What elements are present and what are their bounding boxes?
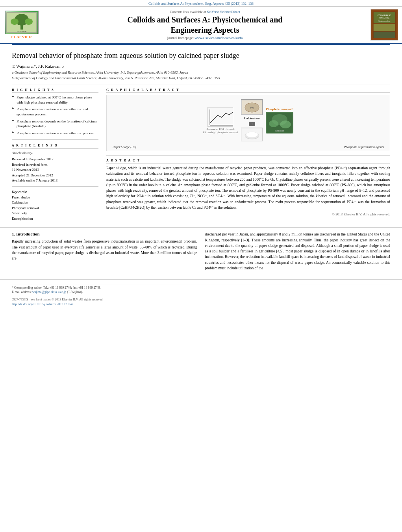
- journal-header: ELSEVIER ELSEVIER Contents lists availab…: [0, 7, 402, 44]
- authors-line: T. Wajima a,*, J.F. Rakovan b: [12, 64, 390, 69]
- affiliations: a Graduate School of Engineering and Res…: [12, 70, 390, 81]
- sciverse-link[interactable]: SciVerse ScienceDirect: [207, 10, 240, 14]
- svg-text:ELSEVIER: ELSEVIER: [17, 30, 27, 33]
- svg-text:PS: PS: [250, 106, 254, 110]
- svg-point-5: [25, 19, 33, 25]
- doi-link[interactable]: http://dx.doi.org/10.1016/j.colsurfa.201…: [12, 302, 72, 306]
- intro-para-2: discharged per year in Japan, and approx…: [205, 232, 391, 271]
- highlight-item-4: Phosphate removal reaction is an endothe…: [12, 131, 98, 136]
- abstract-section: A B S T R A C T Paper sludge, which is a…: [106, 159, 390, 216]
- article-info-label: A R T I C L E I N F O: [12, 144, 98, 148]
- elsevier-logo-image: ELSEVIER: [5, 11, 39, 34]
- svg-rect-3: [20, 24, 23, 30]
- keyword-5: Eutrophication: [12, 216, 98, 222]
- graphical-abstract-section: G R A P H I C A L A B S T R A C T: [106, 88, 390, 151]
- svg-rect-11: [374, 32, 395, 38]
- article-footer: * Corresponding author. Tel.; +81 18 889…: [0, 279, 402, 310]
- corresponding-note: * Corresponding author. Tel.; +81 18 889…: [12, 285, 390, 290]
- email-line: E-mail address: wajima@gipc.akita-u.ac.j…: [12, 290, 390, 294]
- received-line: Received 10 September 2012: [12, 157, 98, 162]
- sequestration-label: Phosphate sequestration agents: [344, 145, 384, 149]
- svg-rect-15: [208, 108, 233, 127]
- svg-point-27: [269, 120, 278, 127]
- issn-line: 0927-7757/$ – see front matter © 2013 El…: [12, 297, 390, 302]
- article-content: Removal behavior of phosphate from aqueo…: [0, 45, 402, 227]
- svg-point-23: [246, 132, 258, 137]
- keyword-4: Selectivity: [12, 211, 98, 216]
- journal-name: Colloids and Surfaces A: Physicochemical…: [43, 15, 367, 35]
- journal-title-area: Contents lists available at SciVerse Sci…: [43, 10, 367, 40]
- keywords-section: Keywords: Paper sludge Calcination Phosp…: [12, 190, 98, 222]
- keyword-3: Phosphate removal: [12, 206, 98, 211]
- graphical-abstract-label: G R A P H I C A L A B S T R A C T: [106, 88, 390, 93]
- highlights-list: Paper sludge calcined at 800°C has amorp…: [12, 95, 98, 135]
- doi-line: http://dx.doi.org/10.1016/j.colsurfa.201…: [12, 302, 390, 307]
- main-body: 1. Introduction Rapidly increasing produ…: [0, 227, 402, 279]
- body-right-col: discharged per year in Japan, and approx…: [205, 232, 391, 273]
- highlight-item-1: Paper sludge calcined at 800°C has amorp…: [12, 95, 98, 105]
- journal-ref-text: Colloids and Surfaces A; Physicochem. En…: [148, 2, 254, 6]
- intro-para-1: Rapidly increasing production of solid w…: [12, 239, 197, 261]
- available-online-line: Available online 7 January 2013: [12, 178, 98, 183]
- email-link[interactable]: wajima@gipc.akita-u.ac.jp: [32, 290, 66, 294]
- keywords-label: Keywords:: [12, 190, 98, 194]
- introduction-heading: 1. Introduction: [12, 232, 197, 236]
- revised-date-line: 12 November 2012: [12, 167, 98, 172]
- svg-rect-10: [374, 24, 395, 31]
- svg-text:landscape: landscape: [275, 130, 284, 132]
- accepted-line: Accepted 21 December 2012: [12, 173, 98, 178]
- article-columns: H I G H L I G H T S Paper sludge calcine…: [12, 88, 390, 221]
- right-column: G R A P H I C A L A B S T R A C T: [106, 88, 390, 221]
- journal-homepage-line: journal homepage: www.elsevier.com/locat…: [43, 36, 367, 40]
- affiliation-a: a Graduate School of Engineering and Res…: [12, 70, 390, 76]
- svg-point-4: [11, 19, 19, 25]
- abstract-label: A B S T R A C T: [106, 159, 390, 163]
- svg-text:COLLOIDS AND: COLLOIDS AND: [378, 15, 391, 17]
- keyword-1: Paper sludge: [12, 195, 98, 200]
- affiliation-b: b Department of Geology and Environmenta…: [12, 76, 390, 81]
- highlight-item-2: Phosphate removal reaction is an endothe…: [12, 107, 98, 117]
- elsevier-brand-label: ELSEVIER: [11, 35, 32, 39]
- sciverse-line: Contents lists available at SciVerse Sci…: [43, 10, 367, 14]
- svg-text:Physicochem. Eng.: Physicochem. Eng.: [378, 20, 390, 22]
- body-two-col: 1. Introduction Rapidly increasing produ…: [12, 232, 390, 273]
- homepage-link[interactable]: www.elsevier.com/locate/colsurfa: [195, 36, 243, 40]
- elsevier-logo-area: ELSEVIER ELSEVIER: [4, 11, 39, 39]
- article-title: Removal behavior of phosphate from aqueo…: [12, 51, 390, 61]
- history-label: Article history:: [12, 150, 98, 156]
- body-left-col: 1. Introduction Rapidly increasing produ…: [12, 232, 197, 273]
- journal-cover-thumbnail: COLLOIDS AND SURFACES A Physicochem. Eng…: [371, 9, 398, 41]
- graphical-abstract-box: Amount of PO4 changed, PS can high phosp…: [106, 95, 390, 151]
- cover-image: COLLOIDS AND SURFACES A Physicochem. Eng…: [371, 9, 398, 41]
- keyword-2: Calcination: [12, 200, 98, 206]
- left-column: H I G H L I G H T S Paper sludge calcine…: [12, 88, 98, 221]
- svg-point-28: [280, 120, 291, 128]
- svg-text:SURFACES A: SURFACES A: [379, 17, 389, 19]
- highlights-section: H I G H L I G H T S Paper sludge calcine…: [12, 88, 98, 135]
- highlight-item-3: Phosphate removal depends on the formati…: [12, 119, 98, 129]
- received-revised-line: Received in revised form: [12, 162, 98, 167]
- copyright-notice: © 2013 Elsevier B.V. All rights reserved…: [106, 212, 390, 216]
- ps-label: Paper Sludge (PS): [113, 145, 136, 149]
- article-info-section: A R T I C L E I N F O Article history: R…: [12, 144, 98, 183]
- abstract-text: Paper sludge, which is an industrial was…: [106, 165, 390, 210]
- highlights-label: H I G H L I G H T S: [12, 88, 98, 93]
- journal-reference-bar: Colloids and Surfaces A; Physicochem. En…: [0, 0, 402, 7]
